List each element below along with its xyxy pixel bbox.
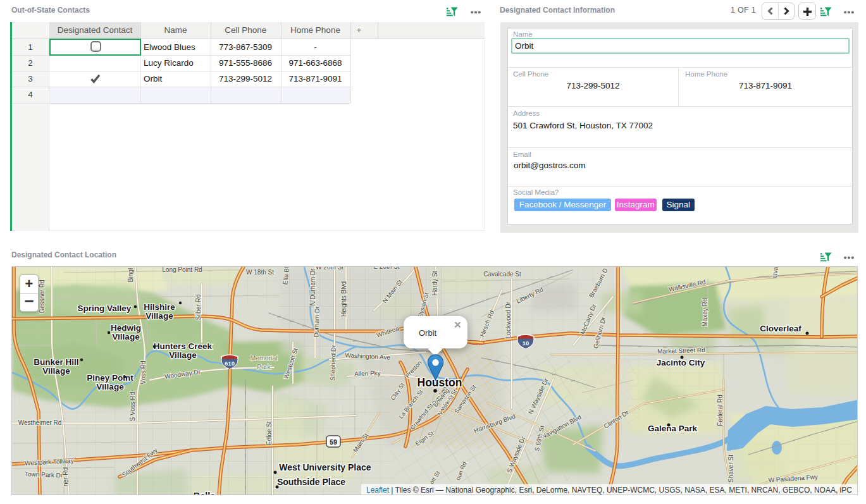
svg-text:Park: Park: [257, 363, 271, 371]
svg-text:W 18th St: W 18th St: [246, 269, 274, 276]
svg-text:W 20th St: W 20th St: [316, 267, 343, 271]
svg-text:Federal Rd: Federal Rd: [717, 395, 724, 426]
svg-text:Hardy St: Hardy St: [431, 271, 438, 295]
svg-text:Southside Place: Southside Place: [277, 477, 345, 487]
svg-text:Leaflet | Tiles © Esri — Natio: Leaflet | Tiles © Esri — National Geogra…: [366, 486, 852, 495]
svg-text:Heights Blvd: Heights Blvd: [340, 281, 347, 317]
svg-text:Village: Village: [42, 366, 70, 376]
svg-text:Bunker Hill: Bunker Hill: [34, 357, 78, 367]
svg-text:Shaver St: Shaver St: [727, 455, 734, 482]
svg-text:Maxey Rd: Maxey Rd: [702, 298, 708, 326]
svg-text:Village: Village: [169, 350, 197, 360]
svg-text:Cavalcade St: Cavalcade St: [483, 271, 521, 278]
svg-text:Durham Dr: Durham Dr: [312, 306, 321, 338]
svg-text:Edloe St: Edloe St: [266, 421, 273, 445]
svg-text:S Voss Rd: S Voss Rd: [129, 392, 136, 422]
svg-text:610: 610: [225, 360, 235, 367]
svg-text:Lockwood Dr: Lockwood Dr: [505, 301, 512, 338]
svg-text:Hedwig: Hedwig: [111, 323, 141, 333]
svg-text:Bingl: Bingl: [127, 268, 134, 282]
svg-text:Hunters Creek: Hunters Creek: [154, 341, 213, 351]
svg-text:Bella: Bella: [194, 491, 216, 495]
svg-text:Hilshire: Hilshire: [144, 302, 175, 312]
svg-text:59: 59: [330, 438, 337, 446]
svg-text:Long Point Rd: Long Point Rd: [162, 267, 202, 273]
svg-text:Memorial: Memorial: [250, 354, 277, 362]
svg-text:Village: Village: [145, 311, 173, 321]
svg-text:10: 10: [523, 340, 529, 347]
svg-text:Uva: Uva: [771, 267, 779, 278]
svg-text:Town Park Dr: Town Park Dr: [25, 470, 63, 479]
svg-text:Piney Point: Piney Point: [87, 373, 133, 383]
svg-text:Gessner Rd: Gessner Rd: [39, 280, 46, 313]
svg-text:West University Place: West University Place: [279, 462, 371, 472]
svg-text:N Durham Dr: N Durham Dr: [309, 268, 316, 306]
svg-text:Jacinto City: Jacinto City: [657, 358, 705, 367]
svg-text:Westheimer Rd: Westheimer Rd: [18, 419, 62, 426]
svg-text:ner Rd: ner Rd: [62, 467, 69, 486]
svg-text:Voss Rd: Voss Rd: [140, 360, 147, 384]
svg-text:Shepherd Dr: Shepherd Dr: [329, 345, 337, 381]
svg-text:Silber Rd: Silber Rd: [195, 294, 202, 320]
svg-text:Village: Village: [112, 332, 140, 341]
svg-text:Allen Pky: Allen Pky: [354, 369, 381, 377]
svg-text:Spring Valley: Spring Valley: [78, 304, 132, 313]
svg-text:E 20th St: E 20th St: [373, 267, 399, 270]
svg-text:Cloverleaf: Cloverleaf: [760, 324, 801, 333]
svg-text:Galena Park: Galena Park: [648, 424, 698, 433]
svg-text:Village: Village: [96, 382, 124, 391]
